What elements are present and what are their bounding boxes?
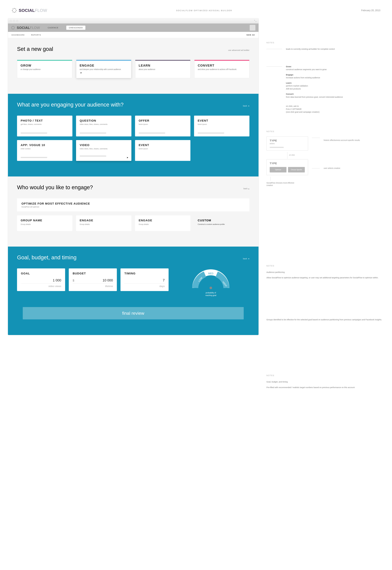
socialflow-logo-icon: [11, 26, 15, 30]
cursor-icon: ➤: [126, 156, 128, 159]
svg-point-3: [15, 12, 16, 12]
card-title: ENGAGE: [139, 219, 187, 222]
advanced-builder-link[interactable]: use advanced ad builder: [228, 49, 249, 51]
card-title: GROW: [21, 64, 69, 67]
expand-icon[interactable]: [254, 20, 256, 22]
gauge-med-label: MED: [208, 272, 213, 275]
card-title: BUDGET: [73, 272, 113, 275]
engage-card[interactable]: OFFERlorem ipsum: [135, 116, 190, 136]
note-text: Convert:from data learned from previous …: [286, 93, 343, 99]
audience-card-custom[interactable]: CUSTOMConstruct a custom audience profil…: [194, 215, 249, 231]
svg-point-11: [14, 28, 14, 29]
card-subtitle: and deepen your relationship with curren…: [80, 68, 128, 71]
effectiveness-bar: [80, 132, 106, 134]
avatar[interactable]: [250, 25, 255, 30]
budget-card[interactable]: BUDGET $10 000 lifetime: [69, 269, 117, 291]
gauge-needle-icon: [210, 280, 219, 289]
budget-unit: lifetime: [73, 285, 113, 288]
svg-marker-16: [211, 280, 219, 288]
app-nav-bar: SOCIALFLOW CADENCE CRESCENDO: [8, 24, 259, 32]
card-subtitle: and drive your audience to actions off F…: [198, 68, 246, 71]
notes-heading: NOTES: [266, 374, 384, 376]
card-title: EVENT: [139, 143, 187, 147]
traffic-lights[interactable]: [10, 20, 18, 22]
back-link[interactable]: back: [243, 187, 249, 190]
card-subtitle: video views, likes, shares, comments: [80, 123, 128, 126]
card-subtitle: video views, likes, shares, comments: [80, 148, 128, 150]
tab-cadence[interactable]: CADENCE: [45, 26, 61, 30]
timing-value[interactable]: 7: [163, 278, 165, 282]
section-title: Set a new goal: [17, 46, 53, 52]
socialflow-logo-icon: [12, 8, 17, 13]
goal-card-grow[interactable]: GROWor change your audience: [17, 60, 72, 78]
note-text: Groups identified to be effective for th…: [266, 318, 384, 321]
nav-dashboard[interactable]: DASHBOARD: [12, 34, 25, 36]
optimize-button[interactable]: Optimize: [270, 167, 286, 172]
tab-crescendo[interactable]: CRESCENDO: [66, 26, 85, 30]
type-card-collapsed[interactable]: TYPE actions: [266, 136, 308, 151]
card-subtitle: lorem ipsum: [198, 123, 246, 126]
final-review-button[interactable]: final review: [23, 307, 244, 319]
card-subtitle: get likes, shares, comments: [21, 123, 69, 126]
back-link[interactable]: back: [243, 257, 249, 260]
probability-gauge: LOW MED HIGH probability ofreaching goal: [172, 269, 249, 297]
card-title: GOAL: [21, 272, 61, 275]
card-subtitle: actions: [270, 143, 305, 144]
effectiveness-bar: [21, 132, 47, 134]
note-text: Grow:construct audience segments you wan…: [286, 65, 343, 71]
section-who-engage: Who would you like to engage? back OPTIM…: [8, 176, 259, 247]
card-title: QUESTION: [80, 119, 128, 122]
chevron-up-icon: [248, 105, 249, 106]
currency-prefix: $: [73, 279, 74, 282]
notes-heading: NOTES: [266, 42, 384, 44]
audience-card[interactable]: ENGAGEGroup details: [135, 215, 190, 231]
svg-point-13: [12, 28, 12, 29]
svg-point-1: [15, 9, 16, 9]
goal-card[interactable]: GOAL 1 000 video views: [17, 269, 65, 291]
card-title: TYPE: [270, 162, 305, 165]
notes-heading: NOTES: [266, 265, 384, 267]
svg-point-5: [13, 12, 14, 12]
page-date: February 20, 2013: [361, 9, 380, 12]
engage-card[interactable]: PHOTO / TEXTget likes, shares, comments: [17, 116, 72, 136]
note-text: historic effectiveness account-specific …: [324, 136, 360, 142]
cursor-icon: ➤: [80, 72, 82, 74]
engage-card[interactable]: QUESTIONvideo views, likes, shares, comm…: [76, 116, 131, 136]
engage-card[interactable]: EVENTlorem ipsum: [135, 140, 190, 161]
timing-card[interactable]: TIMING 7 days: [121, 269, 168, 291]
sub-nav-bar: DASHBOARD REPORTS NEW AD: [8, 32, 259, 38]
note-text: Engage:increase actions from existing au…: [286, 73, 343, 79]
effectiveness-bar: [80, 156, 106, 157]
section-title: What are you engaging your audience with…: [17, 101, 124, 108]
note-text: leads to currently existing ad builder f…: [286, 48, 335, 51]
svg-point-10: [14, 28, 15, 28]
audience-card[interactable]: ENGAGEGroup details: [76, 215, 131, 231]
card-title: LEARN: [139, 64, 187, 67]
goal-card-convert[interactable]: CONVERTand drive your audience to action…: [194, 60, 250, 78]
goal-card-engage[interactable]: ENGAGEand deepen your relationship with …: [76, 60, 131, 78]
budget-value[interactable]: 10 000: [103, 278, 113, 282]
optimize-audience-card[interactable]: OPTIMIZE FOR MOST EFFECTIVE AUDIENCE Soc…: [17, 198, 249, 212]
engage-card[interactable]: VIDEOvideo views, likes, shares, comment…: [76, 140, 131, 161]
new-ad-button[interactable]: NEW AD: [247, 34, 255, 36]
back-link[interactable]: back: [243, 105, 249, 107]
goal-value[interactable]: 1 000: [53, 278, 61, 282]
page-header: SOCIALFLOW SOCIALFLOW OPTIMIZED AD/GOAL …: [8, 8, 384, 18]
card-subtitle: Construct a custom audience profile: [198, 223, 246, 226]
svg-point-2: [16, 10, 17, 11]
note-text: SocialFlow chooses most effective creati…: [266, 182, 300, 187]
card-title: CUSTOM: [198, 219, 246, 222]
engage-card[interactable]: EVENTlorem ipsum: [194, 116, 249, 136]
engage-card[interactable]: APP: VOGUE 10enter contest: [17, 140, 72, 161]
card-subtitle: Group details: [21, 223, 69, 226]
audience-card[interactable]: GROUP NAMEGroup details: [17, 215, 72, 231]
choose-specific-button[interactable]: Choose Specific: [288, 167, 305, 172]
nav-reports[interactable]: REPORTS: [31, 34, 41, 36]
svg-point-17: [210, 287, 212, 289]
svg-point-4: [14, 12, 15, 13]
goal-card-learn[interactable]: LEARNabout your audience: [135, 60, 190, 78]
note-text: user selects creative: [324, 159, 340, 170]
card-subtitle: Group details: [80, 223, 128, 226]
card-title: ENGAGE: [80, 219, 128, 222]
chevron-up-icon: [248, 258, 249, 259]
